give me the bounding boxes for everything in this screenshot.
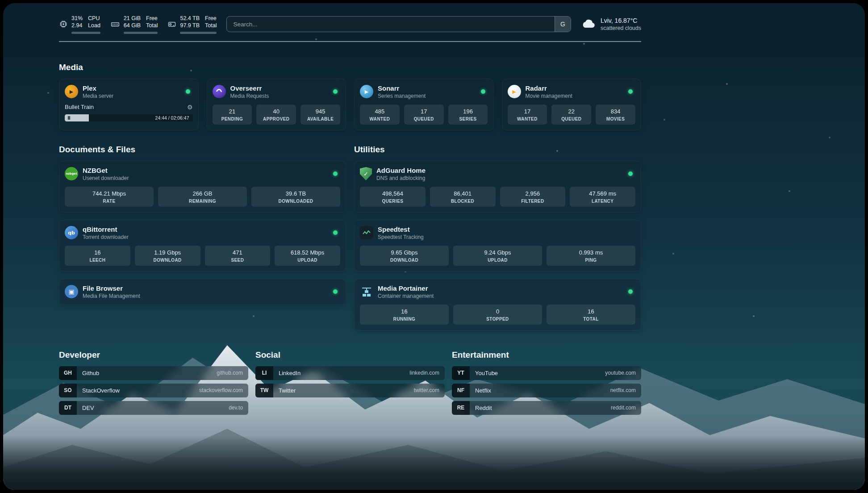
bookmark-url: linkedin.com	[409, 370, 439, 376]
bookmark-name: Reddit	[475, 405, 492, 411]
stat-label: QUEUED	[406, 117, 442, 121]
stat-tile: 40 APPROVED	[256, 104, 296, 125]
app-subtitle: Container management	[378, 293, 434, 299]
nzbget-card[interactable]: nzbget NZBGet Usenet downloader 744.21 M…	[59, 161, 346, 213]
memory-widget: 21 GiB Free 64 GiB Total	[110, 15, 158, 34]
bookmark-badge: RE	[452, 401, 470, 415]
weather-condition: scattered clouds	[601, 25, 641, 31]
bookmark-row-netflix[interactable]: NF Netflix netflix.com	[452, 384, 641, 397]
stat-label: UPLOAD	[455, 258, 540, 263]
qbittorrent-card[interactable]: qb qBittorrent Torrent downloader 16 LEE…	[59, 220, 346, 272]
stat-value: 498,564	[362, 190, 424, 197]
stat-value: 834	[597, 108, 634, 115]
top-bar: 31% CPU 2.94 Load	[59, 15, 641, 34]
stat-tile: 86,401 BLOCKED	[430, 187, 496, 207]
dashboard-screen: 31% CPU 2.94 Load	[3, 3, 865, 490]
section-title-media: Media	[59, 63, 641, 72]
bookmark-group-entertainment: Entertainment YT YouTube youtube.com NF …	[452, 350, 641, 418]
background-snow-specks	[3, 3, 4, 4]
stat-tile: 17 QUEUED	[404, 104, 444, 125]
search-bar: G	[226, 16, 571, 32]
search-input[interactable]	[226, 16, 571, 32]
app-name: NZBGet	[83, 167, 129, 174]
speedtest-chart-icon	[360, 226, 373, 239]
stat-tile: 21 PENDING	[213, 104, 252, 125]
cpu-chip-icon	[59, 20, 68, 29]
bookmark-row-github[interactable]: GH Github github.com	[59, 366, 248, 380]
app-name: Media Portainer	[378, 284, 434, 292]
bookmark-name: YouTube	[475, 370, 498, 376]
filebrowser-card[interactable]: ▣ File Browser Media File Management	[59, 279, 346, 305]
stat-tile: 834 MOVIES	[596, 104, 635, 125]
bookmark-row-reddit[interactable]: RE Reddit reddit.com	[452, 401, 641, 415]
stat-value: 16	[548, 308, 634, 315]
speedtest-card[interactable]: Speedtest Speedtest Tracking 9.65 Gbps D…	[354, 220, 641, 272]
app-name: AdGuard Home	[376, 167, 426, 174]
stat-value: 9.24 Gbps	[455, 249, 540, 256]
stat-value: 744.21 Mbps	[67, 190, 152, 197]
status-dot	[628, 89, 633, 94]
app-subtitle: Usenet downloader	[83, 175, 129, 181]
bookmark-row-youtube[interactable]: YT YouTube youtube.com	[452, 366, 641, 380]
bookmark-url: youtube.com	[605, 370, 636, 376]
playback-time: 24:44 / 02:06:47	[155, 114, 189, 121]
stat-tile: 1.19 Gbps DOWNLOAD	[135, 246, 200, 266]
plex-icon: ▶	[65, 85, 78, 98]
stat-label: FILTERED	[502, 199, 564, 204]
portainer-crane-icon	[360, 285, 373, 298]
disk-widget: 52.4 TB Free 97.9 TB Total	[167, 15, 217, 34]
app-subtitle: Media Requests	[230, 93, 269, 99]
cpu-widget: 31% CPU 2.94 Load	[59, 15, 100, 34]
stat-value: 22	[553, 108, 589, 115]
memory-free-label: Free	[146, 15, 158, 22]
app-name: Sonarr	[378, 84, 426, 92]
cloud-icon	[581, 17, 596, 31]
disk-total-value: 97.9 TB	[180, 22, 200, 29]
stat-tile: 196 SERIES	[448, 104, 488, 125]
gear-icon[interactable]: ⚙	[187, 104, 193, 111]
cpu-load-label: Load	[88, 22, 100, 29]
radarr-icon: ▶	[508, 85, 521, 98]
stat-value: 16	[362, 308, 447, 315]
pause-icon[interactable]	[68, 116, 70, 120]
app-subtitle: Media server	[83, 93, 113, 99]
bookmark-row-twitter[interactable]: TW Twitter twitter.com	[255, 384, 445, 397]
bookmark-url: netflix.com	[610, 387, 636, 393]
stat-tile: 22 QUEUED	[551, 104, 591, 125]
disk-free-value: 52.4 TB	[180, 15, 200, 22]
section-title-documents: Documents & Files	[59, 145, 346, 155]
status-dot	[628, 171, 633, 176]
bookmark-name: DEV	[82, 405, 94, 411]
adguard-card[interactable]: ✓ AdGuard Home DNS and adblocking 498,56…	[354, 161, 641, 213]
bookmark-row-dev[interactable]: DT DEV dev.to	[59, 401, 248, 415]
stat-value: 471	[207, 249, 269, 256]
stat-label: SERIES	[450, 117, 486, 121]
stat-tile: 16 RUNNING	[360, 305, 449, 325]
stat-label: QUEUED	[553, 117, 589, 121]
stat-tile: 47.569 ms LATENCY	[570, 187, 635, 207]
bookmark-name: StackOverflow	[82, 387, 120, 394]
stat-label: WANTED	[362, 117, 398, 121]
stat-label: PENDING	[214, 117, 250, 121]
stat-tile: 16 TOTAL	[547, 305, 635, 325]
portainer-card[interactable]: Media Portainer Container management 16 …	[354, 279, 641, 330]
bookmark-row-stackoverflow[interactable]: SO StackOverflow stackoverflow.com	[59, 384, 248, 397]
stat-label: DOWNLOAD	[362, 258, 447, 263]
stat-value: 1.19 Gbps	[137, 249, 199, 256]
playback-progress-bar[interactable]: 24:44 / 02:06:47	[65, 114, 193, 121]
overseerr-card[interactable]: Overseerr Media Requests 21 PENDING 40 A…	[207, 79, 346, 130]
bookmark-name: Twitter	[279, 387, 296, 394]
bookmark-badge: SO	[59, 384, 77, 397]
stat-tile: 17 WANTED	[508, 104, 547, 125]
stat-tile: 618.52 Mbps UPLOAD	[275, 246, 340, 266]
sonarr-icon: ▶	[360, 85, 373, 98]
plex-card[interactable]: ▶ Plex Media server Bullet Train ⚙ 24:44…	[59, 79, 199, 130]
radarr-card[interactable]: ▶ Radarr Movie management 17 WANTED 22 Q…	[502, 79, 642, 130]
bookmark-row-linkedin[interactable]: LI LinkedIn linkedin.com	[255, 366, 445, 380]
search-engine-button[interactable]: G	[555, 17, 571, 32]
dashboard-content: 31% CPU 2.94 Load	[3, 3, 641, 418]
sonarr-card[interactable]: ▶ Sonarr Series management 485 WANTED 17…	[354, 79, 494, 130]
cpu-load-value: 2.94	[71, 22, 83, 29]
app-name: Plex	[83, 84, 113, 92]
media-card-grid: ▶ Plex Media server Bullet Train ⚙ 24:44…	[59, 79, 641, 130]
